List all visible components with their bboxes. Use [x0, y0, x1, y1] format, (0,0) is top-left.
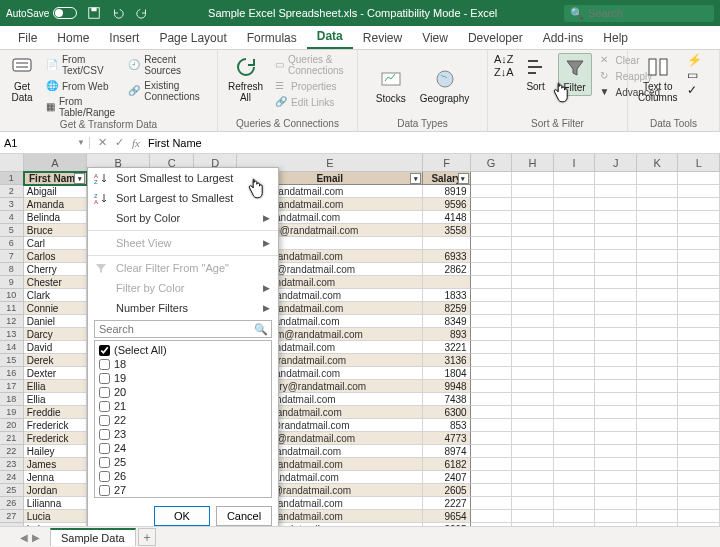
title-search[interactable]: 🔍	[564, 5, 714, 22]
checkbox[interactable]	[99, 373, 110, 384]
checkbox[interactable]	[99, 457, 110, 468]
col-header-F[interactable]: F	[423, 154, 470, 171]
filter-check-item[interactable]: 28	[97, 497, 269, 498]
title-search-input[interactable]	[588, 7, 708, 19]
cell[interactable]: Clark	[24, 289, 87, 302]
refresh-all-button[interactable]: Refresh All	[224, 53, 267, 105]
cell[interactable]: Jenna	[24, 471, 87, 484]
tab-formulas[interactable]: Formulas	[237, 27, 307, 49]
get-data-button[interactable]: Get Data	[6, 53, 38, 105]
checkbox[interactable]	[99, 359, 110, 370]
remove-dup-icon[interactable]: ▭	[687, 68, 702, 82]
filter-check-item[interactable]: 22	[97, 413, 269, 427]
chevron-down-icon[interactable]: ▼	[77, 138, 85, 147]
filter-search[interactable]: 🔍	[94, 320, 272, 338]
from-table-button[interactable]: ▦From Table/Range	[44, 95, 120, 119]
filter-check-item[interactable]: 27	[97, 483, 269, 497]
row-header[interactable]: 9	[0, 276, 24, 289]
tab-view[interactable]: View	[412, 27, 458, 49]
cell[interactable]: 8919	[423, 185, 470, 198]
cell[interactable]: 8259	[423, 302, 470, 315]
cell[interactable]: 9948	[423, 380, 470, 393]
row-header[interactable]: 20	[0, 419, 24, 432]
filter-check-item[interactable]: 24	[97, 441, 269, 455]
row-header[interactable]: 11	[0, 302, 24, 315]
ok-button[interactable]: OK	[154, 506, 210, 526]
table-header-first-name[interactable]: First Name▾	[24, 172, 87, 185]
recent-sources-button[interactable]: 🕘Recent Sources	[126, 53, 211, 77]
number-filters-item[interactable]: Number Filters ▶	[88, 298, 278, 318]
row-header[interactable]: 27	[0, 510, 24, 523]
row-header[interactable]: 24	[0, 471, 24, 484]
col-header-K[interactable]: K	[637, 154, 679, 171]
filter-search-input[interactable]	[94, 320, 272, 338]
cell[interactable]: Lucia	[24, 510, 87, 523]
cell[interactable]: Lilianna	[24, 497, 87, 510]
tab-review[interactable]: Review	[353, 27, 412, 49]
cell[interactable]: Carl	[24, 237, 87, 250]
cell[interactable]: 853	[423, 419, 470, 432]
row-header[interactable]: 18	[0, 393, 24, 406]
row-header[interactable]: 19	[0, 406, 24, 419]
sort-za-icon[interactable]: Z↓A	[494, 66, 514, 78]
cell[interactable]: 8974	[423, 445, 470, 458]
cell[interactable]: 2862	[423, 263, 470, 276]
from-web-button[interactable]: 🌐From Web	[44, 79, 120, 93]
filter-check-item[interactable]: 18	[97, 357, 269, 371]
cell[interactable]: 893	[423, 328, 470, 341]
checkbox[interactable]	[99, 429, 110, 440]
cell[interactable]: Hailey	[24, 445, 87, 458]
existing-connections-button[interactable]: 🔗Existing Connections	[126, 79, 211, 103]
name-box-input[interactable]	[4, 137, 64, 149]
cell[interactable]: Daniel	[24, 315, 87, 328]
filter-check-item[interactable]: 19	[97, 371, 269, 385]
cancel-formula-icon[interactable]: ✕	[98, 136, 107, 149]
autosave-toggle[interactable]: AutoSave	[6, 7, 77, 19]
cell[interactable]	[423, 237, 470, 250]
filter-dropdown-icon[interactable]: ▾	[458, 173, 469, 184]
row-header[interactable]: 2	[0, 185, 24, 198]
row-header[interactable]: 12	[0, 315, 24, 328]
spreadsheet-grid[interactable]: A B C D E F G H I J K L 1First Name▾Last…	[0, 154, 720, 526]
filter-dropdown-icon[interactable]: ▾	[74, 173, 85, 184]
filter-dropdown-icon[interactable]: ▾	[410, 173, 421, 184]
tab-file[interactable]: File	[8, 27, 47, 49]
sort-descending-item[interactable]: ZA Sort Largest to Smallest	[88, 188, 278, 208]
select-all-triangle[interactable]	[0, 154, 24, 171]
checkbox[interactable]	[99, 345, 110, 356]
flash-fill-icon[interactable]: ⚡	[687, 53, 702, 67]
col-header-A[interactable]: A	[24, 154, 87, 171]
cell[interactable]: Chester	[24, 276, 87, 289]
cell[interactable]: 1804	[423, 367, 470, 380]
fx-icon[interactable]: fx	[132, 137, 140, 149]
queries-connections-button[interactable]: ▭Queries & Connections	[273, 53, 351, 77]
data-validation-icon[interactable]: ✓	[687, 83, 702, 97]
row-header[interactable]: 1	[0, 172, 24, 185]
filter-checklist[interactable]: (Select All)18192021222324252627282930(B…	[94, 340, 272, 498]
cell[interactable]: 3221	[423, 341, 470, 354]
row-header[interactable]: 7	[0, 250, 24, 263]
cell[interactable]: 6300	[423, 406, 470, 419]
cancel-button[interactable]: Cancel	[216, 506, 272, 526]
cell[interactable]: Darcy	[24, 328, 87, 341]
cell[interactable]: Derek	[24, 354, 87, 367]
cell[interactable]: 6182	[423, 458, 470, 471]
cell[interactable]: Ellia	[24, 393, 87, 406]
table-header-salary[interactable]: Salary▾	[423, 172, 470, 185]
tab-addins[interactable]: Add-ins	[533, 27, 594, 49]
filter-check-item[interactable]: 21	[97, 399, 269, 413]
from-text-csv-button[interactable]: 📄From Text/CSV	[44, 53, 120, 77]
filter-check-item[interactable]: 20	[97, 385, 269, 399]
row-header[interactable]: 6	[0, 237, 24, 250]
col-header-G[interactable]: G	[471, 154, 513, 171]
cell[interactable]: Cherry	[24, 263, 87, 276]
cell[interactable]: 4773	[423, 432, 470, 445]
cell[interactable]: David	[24, 341, 87, 354]
row-header[interactable]: 26	[0, 497, 24, 510]
nav-next-icon[interactable]: ▶	[32, 532, 40, 543]
formula-input[interactable]	[148, 137, 712, 149]
filter-button[interactable]: Filter	[558, 53, 592, 96]
sort-ascending-item[interactable]: AZ Sort Smallest to Largest	[88, 168, 278, 188]
cell[interactable]: 2605	[423, 484, 470, 497]
text-to-columns-button[interactable]: Text to Columns	[634, 53, 681, 105]
